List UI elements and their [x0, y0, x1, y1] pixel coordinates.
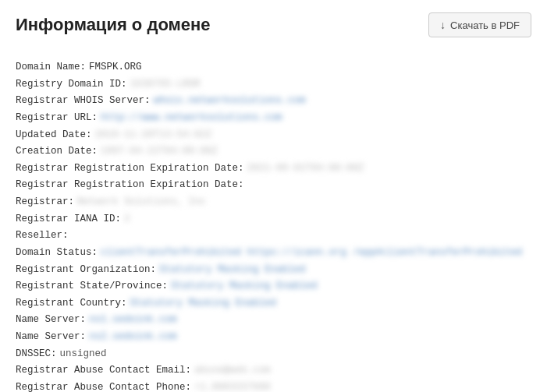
field-label: Registry Domain ID:: [16, 76, 127, 93]
field-value: 1630765-LROR: [130, 76, 201, 93]
field-value: ns1.sedoink.com: [89, 312, 177, 328]
field-value: 1997-04-22T04:00:00Z: [101, 143, 218, 160]
field-label: Registrant Organization:: [16, 262, 156, 278]
whois-row: Registrant Organization:Statutory Maskin…: [16, 262, 531, 278]
whois-row: Registrar Abuse Contact Email:abuse@web.…: [16, 362, 531, 379]
whois-row: Registrant State/Province:Statutory Mask…: [16, 278, 531, 295]
whois-content: Domain Name:FMSPK.ORGRegistry Domain ID:…: [16, 59, 531, 392]
whois-row: Reseller:: [16, 228, 531, 244]
field-label: Registrar Registration Expiration Date:: [16, 161, 244, 177]
field-value: 2: [124, 211, 130, 228]
download-button-label: Скачать в PDF: [450, 19, 520, 31]
field-label: Domain Name:: [16, 59, 86, 76]
whois-row: Registrar Registration Expiration Date:: [16, 177, 531, 193]
whois-row: Name Server:ns2.sedoink.com: [16, 329, 531, 345]
field-value: Network Solutions, Inc: [77, 194, 206, 210]
field-value: 2019-11-20T13:54:02Z: [95, 127, 212, 143]
whois-row: Domain Name:FMSPK.ORG: [16, 59, 531, 76]
whois-row: Domain Status:clientTransferProhibited h…: [16, 245, 531, 261]
field-value: clientTransferProhibited https://icann.o…: [101, 245, 522, 261]
whois-row: Updated Date:2019-11-20T13:54:02Z: [16, 127, 531, 143]
field-value: Statutory Masking Enabled: [130, 295, 277, 312]
field-label: Creation Date:: [16, 143, 98, 160]
header: Информация о домене ↓ Скачать в PDF: [16, 12, 531, 45]
whois-row: Registrar Abuse Contact Phone:+1.8003337…: [16, 380, 531, 392]
field-label: Registrar IANA ID:: [16, 211, 121, 228]
field-label: Registrar Abuse Contact Email:: [16, 362, 191, 379]
field-label: Reseller:: [16, 228, 69, 244]
whois-row: Registrar WHOIS Server:whois.networksolu…: [16, 93, 531, 109]
whois-row: Registrar Registration Expiration Date:2…: [16, 161, 531, 177]
download-pdf-button[interactable]: ↓ Скачать в PDF: [428, 12, 531, 37]
field-label: DNSSEC:: [16, 346, 57, 362]
whois-row: Registrant Country:Statutory Masking Ena…: [16, 295, 531, 312]
whois-row: Registry Domain ID:1630765-LROR: [16, 76, 531, 93]
field-value: FMSPK.ORG: [89, 59, 142, 76]
field-label: Name Server:: [16, 329, 86, 345]
whois-row: Registrar:Network Solutions, Inc: [16, 194, 531, 210]
field-label: Registrar:: [16, 194, 74, 210]
download-icon: ↓: [440, 19, 446, 31]
field-value: abuse@web.com: [194, 362, 271, 379]
field-value: Statutory Masking Enabled: [159, 262, 306, 278]
field-value: unsigned: [60, 346, 107, 362]
field-label: Registrant Country:: [16, 295, 127, 312]
field-value: Statutory Masking Enabled: [171, 278, 318, 295]
field-label: Registrant State/Province:: [16, 278, 168, 295]
field-label: Updated Date:: [16, 127, 92, 143]
field-label: Domain Status:: [16, 245, 98, 261]
page-container: Информация о домене ↓ Скачать в PDF Doma…: [0, 0, 547, 392]
field-value: ns2.sedoink.com: [89, 329, 177, 345]
whois-row: Registrar IANA ID:2: [16, 211, 531, 228]
field-label: Registrar URL:: [16, 110, 98, 126]
whois-row: Creation Date:1997-04-22T04:00:00Z: [16, 143, 531, 160]
field-label: Registrar Abuse Contact Phone:: [16, 380, 191, 392]
whois-row: DNSSEC:unsigned: [16, 346, 531, 362]
field-label: Registrar WHOIS Server:: [16, 93, 151, 109]
whois-row: Registrar URL:http://www.networksolution…: [16, 110, 531, 126]
field-label: Name Server:: [16, 312, 86, 328]
field-label: Registrar Registration Expiration Date:: [16, 177, 244, 193]
page-title: Информация о домене: [16, 15, 211, 35]
whois-row: Name Server:ns1.sedoink.com: [16, 312, 531, 328]
field-value: 2021-09-01T04:00:00Z: [247, 161, 364, 177]
field-value: +1.8003337680: [194, 380, 271, 392]
field-value: http://www.networksolutions.com: [101, 110, 282, 126]
field-value: whois.networksolutions.com: [154, 93, 306, 109]
